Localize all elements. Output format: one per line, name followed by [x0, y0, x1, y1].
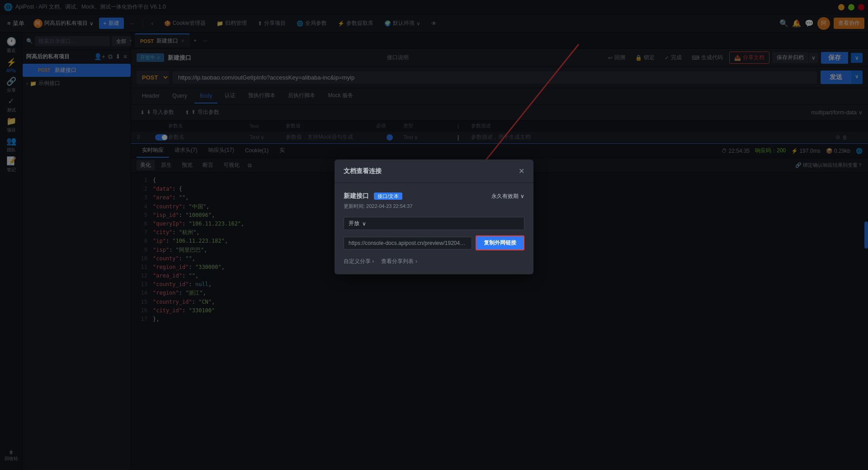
url-copy-row: https://console-docs.apipost.cn/preview/… — [344, 235, 524, 250]
validity-dropdown[interactable]: 永久有效期 ∨ — [491, 193, 524, 200]
access-chevron-icon: ∨ — [362, 221, 366, 227]
access-label: 开放 — [349, 220, 359, 227]
dialog-links: 自定义分享 › 查看分享列表 › — [344, 258, 524, 265]
dialog-interface-row: 新建接口 接口/文本 永久有效期 ∨ — [344, 192, 524, 200]
access-section: 开放 ∨ — [344, 217, 524, 230]
dialog-interface-info: 新建接口 接口/文本 — [344, 192, 402, 200]
dialog-interface-name: 新建接口 — [344, 192, 369, 199]
custom-share-link[interactable]: 自定义分享 › — [344, 258, 374, 265]
dialog-title: 文档查看连接 — [344, 167, 382, 175]
validity-chevron-icon: ∨ — [520, 193, 524, 199]
view-share-list-link[interactable]: 查看分享列表 › — [381, 258, 417, 265]
dialog-body: 新建接口 接口/文本 永久有效期 ∨ 更新时间: 2022-04-23 22:5… — [335, 183, 533, 274]
share-url-display: https://console-docs.apipost.cn/preview/… — [344, 237, 472, 249]
dialog-header: 文档查看连接 ✕ — [335, 160, 533, 183]
dialog-close-button[interactable]: ✕ — [519, 167, 524, 175]
access-select[interactable]: 开放 ∨ — [344, 217, 524, 230]
update-time: 更新时间: 2022-04-23 22:54:37 — [344, 203, 524, 210]
share-doc-dialog: 文档查看连接 ✕ 新建接口 接口/文本 永久有效期 ∨ 更新时间: 2022-0… — [335, 160, 533, 274]
dialog-overlay[interactable]: 文档查看连接 ✕ 新建接口 接口/文本 永久有效期 ∨ 更新时间: 2022-0… — [0, 0, 868, 470]
copy-url-button[interactable]: 复制外网链接 — [476, 235, 524, 250]
interface-type-badge[interactable]: 接口/文本 — [374, 193, 402, 200]
